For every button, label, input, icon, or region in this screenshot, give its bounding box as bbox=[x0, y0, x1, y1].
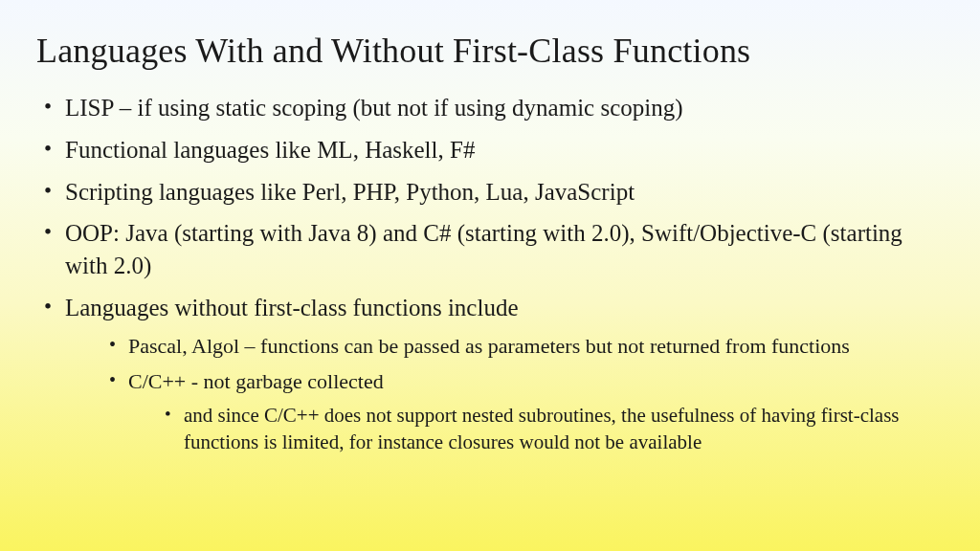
list-item: and since C/C++ does not support nested … bbox=[165, 402, 944, 456]
list-item: Scripting languages like Perl, PHP, Pyth… bbox=[44, 176, 944, 209]
list-item: Languages without first-class functions … bbox=[44, 292, 944, 456]
list-item-text: Languages without first-class functions … bbox=[65, 295, 519, 320]
list-item: LISP – if using static scoping (but not … bbox=[44, 92, 944, 124]
slide-title: Languages With and Without First-Class F… bbox=[36, 31, 944, 71]
bullet-list: LISP – if using static scoping (but not … bbox=[36, 92, 944, 456]
list-item: OOP: Java (starting with Java 8) and C# … bbox=[44, 217, 944, 282]
bullet-sub-sublist: and since C/C++ does not support nested … bbox=[128, 402, 944, 456]
list-item: Pascal, Algol – functions can be passed … bbox=[109, 332, 944, 361]
list-item-text: C/C++ - not garbage collected bbox=[128, 369, 384, 393]
bullet-sublist: Pascal, Algol – functions can be passed … bbox=[65, 332, 944, 456]
list-item: Functional languages like ML, Haskell, F… bbox=[44, 134, 944, 166]
list-item: C/C++ - not garbage collected and since … bbox=[109, 367, 944, 455]
